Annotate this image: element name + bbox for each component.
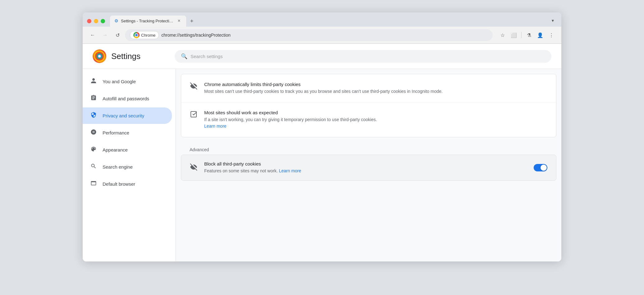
search-bar[interactable]: 🔍 Search settings	[175, 50, 551, 63]
advanced-section: Advanced Block all third-party cookies F…	[181, 142, 556, 181]
nav-separator	[521, 32, 522, 38]
chrome-logo-icon	[133, 32, 140, 38]
chrome-badge: Chrome	[130, 31, 159, 39]
address-bar[interactable]: Chrome chrome://settings/trackingProtect…	[125, 29, 493, 41]
settings-header: Settings 🔍 Search settings	[83, 44, 561, 69]
sidebar: You and Google Autofill and passwords Pr…	[83, 69, 176, 261]
search-placeholder: Search settings	[191, 54, 223, 59]
sites-work-row: Most sites should work as expected If a …	[181, 102, 556, 137]
nav-actions: ☆ ⬜ ⚗ 👤 ⋮	[498, 30, 556, 40]
block-all-cookies-row: Block all third-party cookies Features o…	[181, 155, 556, 181]
reload-button[interactable]: ↺	[113, 30, 122, 40]
sidebar-item-label: Privacy and security	[103, 113, 144, 118]
eye-slash-icon-2	[190, 163, 198, 173]
block-cookies-toggle[interactable]	[534, 164, 547, 171]
sidebar-item-privacy[interactable]: Privacy and security	[83, 107, 172, 124]
gauge-icon	[90, 129, 97, 137]
profile-button[interactable]: 👤	[535, 30, 545, 40]
settings-logo	[93, 49, 106, 63]
tab-menu-button[interactable]: ▾	[548, 16, 557, 25]
tab-title: Settings - Tracking Protectio...	[121, 19, 174, 23]
cookies-limit-title: Chrome automatically limits third-party …	[204, 82, 547, 87]
page-title: Settings	[111, 52, 140, 61]
cookies-limit-text: Chrome automatically limits third-party …	[204, 82, 547, 95]
svg-point-4	[98, 55, 101, 57]
sidebar-item-label: You and Google	[103, 79, 136, 84]
block-all-title: Block all third-party cookies	[204, 161, 527, 166]
tab-close-button[interactable]: ✕	[176, 18, 182, 24]
title-bar: ⚙ Settings - Tracking Protectio... ✕ + ▾	[83, 12, 561, 27]
settings-page: Settings 🔍 Search settings You and Googl…	[83, 44, 561, 261]
cookies-limit-row: Chrome automatically limits third-party …	[181, 74, 556, 102]
back-button[interactable]: ←	[88, 30, 98, 40]
settings-body: You and Google Autofill and passwords Pr…	[83, 69, 561, 261]
lab-button[interactable]: ⚗	[524, 30, 534, 40]
chrome-menu-button[interactable]: ⋮	[546, 30, 556, 40]
browser-icon	[90, 180, 97, 188]
sidebar-item-label: Search engine	[103, 164, 133, 170]
forward-button[interactable]: →	[100, 30, 110, 40]
toggle-knob	[540, 165, 547, 171]
sidebar-item-label: Autofill and passwords	[103, 96, 149, 101]
learn-more-link-2[interactable]: Learn more	[279, 168, 301, 173]
address-text: chrome://settings/trackingProtection	[161, 33, 231, 38]
sites-work-desc: If a site isn't working, you can try giv…	[204, 116, 547, 129]
maximize-button[interactable]	[101, 19, 105, 23]
sidebar-item-search-engine[interactable]: Search engine	[83, 159, 172, 175]
bookmark-button[interactable]: ☆	[498, 30, 508, 40]
advanced-label: Advanced	[181, 142, 556, 155]
close-button[interactable]	[87, 19, 91, 23]
browser-window: ⚙ Settings - Tracking Protectio... ✕ + ▾…	[83, 12, 561, 261]
shield-icon	[90, 112, 97, 120]
chrome-label: Chrome	[141, 33, 155, 38]
tab-settings-icon: ⚙	[114, 18, 118, 23]
sidebar-item-default-browser[interactable]: Default browser	[83, 176, 172, 192]
nav-bar: ← → ↺ Chrome chrome://settings/trackingP…	[83, 27, 561, 44]
sidebar-item-label: Performance	[103, 130, 129, 135]
content-area: Chrome automatically limits third-party …	[176, 69, 561, 261]
search-icon	[90, 163, 97, 171]
active-tab[interactable]: ⚙ Settings - Tracking Protectio... ✕	[110, 16, 186, 27]
learn-more-link-1[interactable]: Learn more	[204, 124, 227, 129]
minimize-button[interactable]	[94, 19, 98, 23]
palette-icon	[90, 146, 97, 154]
block-all-text: Block all third-party cookies Features o…	[204, 161, 527, 174]
cookies-limit-desc: Most sites can't use third-party cookies…	[204, 88, 547, 95]
sidebar-item-performance[interactable]: Performance	[83, 125, 172, 141]
chrome-logo-large	[94, 51, 105, 62]
sidebar-item-appearance[interactable]: Appearance	[83, 142, 172, 158]
sidebar-item-label: Appearance	[103, 147, 128, 152]
sidebar-item-you-and-google[interactable]: You and Google	[83, 73, 172, 90]
eye-slash-icon	[190, 82, 198, 92]
sidebar-item-autofill[interactable]: Autofill and passwords	[83, 90, 172, 107]
sites-work-text: Most sites should work as expected If a …	[204, 110, 547, 129]
extension-button[interactable]: ⬜	[509, 30, 519, 40]
tabs-row: ⚙ Settings - Tracking Protectio... ✕ + ▾	[110, 16, 557, 27]
clipboard-icon	[90, 95, 97, 102]
traffic-lights	[87, 19, 105, 23]
block-all-desc: Features on some sites may not work. Lea…	[204, 168, 527, 174]
new-tab-button[interactable]: +	[187, 17, 196, 25]
sidebar-item-label: Default browser	[103, 181, 135, 187]
person-icon	[90, 78, 97, 85]
checkbox-icon	[190, 111, 198, 120]
search-icon: 🔍	[181, 53, 187, 60]
sites-work-title: Most sites should work as expected	[204, 110, 547, 115]
svg-rect-6	[191, 111, 196, 117]
content-card: Chrome automatically limits third-party …	[181, 74, 556, 137]
